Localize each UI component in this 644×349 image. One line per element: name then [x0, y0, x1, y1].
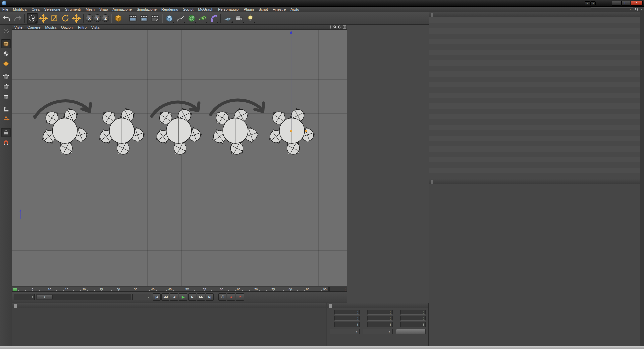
stepper-icon[interactable]: ▲▼	[423, 323, 424, 326]
type-dropdown[interactable]: ▼	[363, 329, 392, 334]
viewport-menu-vista[interactable]: Vista	[89, 25, 102, 29]
make-editable-icon[interactable]	[1, 26, 11, 36]
record-ghost-button[interactable]: ∅	[218, 293, 226, 301]
points-mode-icon[interactable]	[1, 72, 11, 81]
move-icon[interactable]	[38, 13, 49, 24]
stepper-icon[interactable]: ▲▼	[423, 311, 424, 314]
next-frame-button[interactable]: ▶	[188, 293, 196, 301]
uv-mode-icon[interactable]	[1, 59, 11, 68]
scale-x-field[interactable]: ▲▼	[367, 310, 392, 315]
lock-axis-icon[interactable]	[1, 128, 11, 137]
snap-icon[interactable]	[1, 138, 11, 147]
stepper-icon[interactable]: ▲▼	[423, 317, 424, 320]
menu-aiuto[interactable]: Aiuto	[288, 7, 301, 11]
menu-script[interactable]: Script	[256, 7, 270, 11]
stepper-icon[interactable]: ▲▼	[390, 311, 391, 314]
spinner-arrows-icon[interactable]: ▲▼	[344, 288, 346, 291]
stepper-icon[interactable]: ▲▼	[357, 323, 358, 326]
rotate-view-icon[interactable]	[338, 25, 342, 30]
scale-icon[interactable]	[49, 13, 60, 24]
scale-y-field[interactable]: ▲▼	[367, 316, 392, 321]
frame-spinner[interactable]: ▲▼	[329, 287, 347, 292]
layout-dropdown[interactable]: ▼	[591, 7, 633, 11]
camera-icon[interactable]	[234, 13, 245, 24]
toggle-views-icon[interactable]	[342, 25, 346, 30]
undo-icon[interactable]	[1, 13, 12, 24]
model-mode-icon[interactable]	[1, 39, 11, 48]
menu-file[interactable]: File	[0, 7, 11, 11]
viewport-menu-mostra[interactable]: Mostra	[43, 25, 59, 29]
menu-sculpt[interactable]: Sculpt	[181, 7, 196, 11]
menu-animazione[interactable]: Animazione	[110, 7, 134, 11]
table-group-3[interactable]	[156, 107, 203, 156]
bend-deformer-icon[interactable]	[208, 13, 219, 24]
rotate-icon[interactable]	[60, 13, 71, 24]
close-button[interactable]: ✕	[631, 1, 643, 6]
table-group-5[interactable]	[269, 107, 316, 156]
floor-icon[interactable]	[223, 13, 233, 24]
position-y-field[interactable]: ▲▼	[334, 316, 360, 321]
menu-strumenti[interactable]: Strumenti	[63, 7, 83, 11]
frame-field-arrows-icon[interactable]: ▲▼	[32, 296, 33, 298]
minimize-button[interactable]: —	[612, 1, 621, 6]
live-selection-icon[interactable]	[27, 13, 38, 24]
viewport-canvas[interactable]	[12, 30, 347, 286]
next-key-button[interactable]: ▶▶	[197, 293, 205, 301]
rotation-h-field[interactable]: ▲▼	[400, 310, 426, 315]
prev-frame-button[interactable]: ◀	[170, 293, 178, 301]
stepper-icon[interactable]: ▲▼	[357, 311, 358, 314]
current-frame-field[interactable]: ▲▼	[14, 294, 35, 300]
menu-snap[interactable]: Snap	[97, 7, 110, 11]
position-x-field[interactable]: ▲▼	[334, 310, 360, 315]
menu-personaggio[interactable]: Personaggio	[216, 7, 241, 11]
rotation-b-field[interactable]: ▲▼	[400, 322, 426, 327]
y-axis-lock-icon[interactable]: Y	[94, 14, 101, 22]
axis-mode-icon[interactable]	[1, 115, 11, 124]
coordinate-system-icon[interactable]	[113, 13, 124, 24]
panel-grip-icon[interactable]	[14, 304, 17, 308]
edges-mode-icon[interactable]	[1, 82, 11, 91]
panel-grip-icon[interactable]	[431, 180, 433, 184]
menu-rendering[interactable]: Rendering	[159, 7, 181, 11]
table-group-1[interactable]	[42, 107, 89, 156]
collapse-left-icon[interactable]: «	[585, 1, 590, 5]
stepper-icon[interactable]: ▲▼	[390, 317, 391, 320]
goto-start-button[interactable]: |◀	[153, 293, 161, 301]
viewport-menu-camere[interactable]: Camere	[25, 25, 43, 29]
menu-finestre[interactable]: Finestre	[270, 7, 288, 11]
menu-mesh[interactable]: Mesh	[83, 7, 97, 11]
goto-end-button[interactable]: ▶|	[206, 293, 214, 301]
last-tool-icon[interactable]	[71, 13, 82, 24]
frame-range-dropdown[interactable]: ▼	[132, 294, 151, 300]
subdivision-surface-icon[interactable]	[186, 13, 197, 24]
mode-dropdown[interactable]: ▼	[330, 329, 360, 334]
light-icon[interactable]	[245, 13, 256, 24]
pan-view-icon[interactable]	[328, 25, 332, 30]
apply-button[interactable]	[396, 329, 426, 334]
workplane-icon[interactable]	[1, 105, 11, 114]
spline-pen-icon[interactable]	[175, 13, 186, 24]
maximize-button[interactable]: ▢	[621, 1, 630, 6]
add-cube-icon[interactable]	[164, 13, 175, 24]
table-group-2[interactable]	[99, 107, 146, 156]
menu-crea[interactable]: Crea	[29, 7, 42, 11]
timeline-slider[interactable]: ◀	[36, 294, 131, 300]
table-group-4[interactable]	[212, 107, 260, 156]
record-button[interactable]: ●	[227, 293, 235, 301]
menu-search-icon[interactable]	[635, 7, 639, 11]
menu-chevron-icon[interactable]: ▼	[640, 8, 643, 10]
position-z-field[interactable]: ▲▼	[334, 322, 360, 327]
x-axis-lock-icon[interactable]: X	[86, 14, 93, 22]
render-view-icon[interactable]	[127, 13, 138, 24]
stepper-icon[interactable]: ▲▼	[390, 323, 391, 326]
menu-selezione[interactable]: Selezione	[42, 7, 63, 11]
play-button[interactable]: ▶	[179, 293, 187, 301]
current-frame-marker[interactable]	[13, 288, 17, 291]
titlebar-extra-control[interactable]: «»	[585, 1, 596, 5]
collapse-right-icon[interactable]: »	[590, 1, 596, 5]
autokey-button[interactable]: ?	[236, 293, 244, 301]
render-picture-viewer-icon[interactable]	[139, 13, 149, 24]
viewport-menu-filtro[interactable]: Filtro	[76, 25, 89, 29]
viewport-menu-opzioni[interactable]: Opzioni	[59, 25, 76, 29]
timeline-slider-handle[interactable]: ◀	[37, 295, 53, 299]
